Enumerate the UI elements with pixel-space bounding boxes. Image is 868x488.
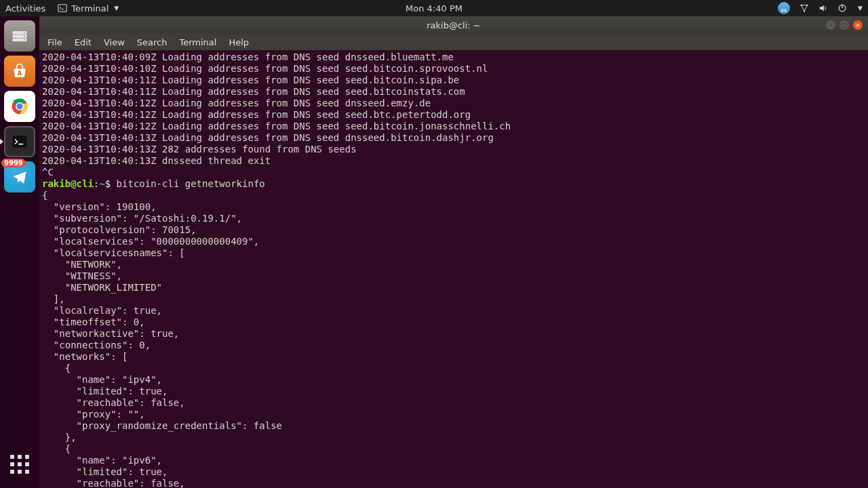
terminal-menubar: File Edit View Search Terminal Help <box>39 34 868 50</box>
terminal-window: rakib@cli: ~ – ▢ × File Edit View Search… <box>39 16 868 488</box>
network-icon[interactable] <box>800 3 809 13</box>
window-title: rakib@cli: ~ <box>427 20 480 30</box>
weather-indicator[interactable]: 86 <box>778 2 790 14</box>
maximize-button[interactable]: ▢ <box>840 20 849 30</box>
app-menu-label: Terminal <box>71 3 108 14</box>
svg-point-10 <box>24 36 25 37</box>
svg-rect-16 <box>13 136 27 148</box>
svg-rect-0 <box>58 5 66 12</box>
terminal-icon <box>10 132 29 151</box>
files-icon <box>10 26 29 45</box>
close-button[interactable]: × <box>853 20 863 30</box>
show-applications-button[interactable] <box>4 449 35 480</box>
ubuntu-dock: A 9999 <box>0 16 39 488</box>
terminal-icon <box>58 3 67 13</box>
running-indicator <box>0 138 3 145</box>
activities-button[interactable]: Activities <box>5 3 45 14</box>
menu-edit[interactable]: Edit <box>75 37 92 47</box>
menu-search[interactable]: Search <box>137 37 167 47</box>
launcher-chrome[interactable] <box>4 91 35 122</box>
minimize-button[interactable]: – <box>826 20 835 30</box>
window-controls: – ▢ × <box>826 20 868 30</box>
launcher-files[interactable] <box>4 20 35 52</box>
menu-help[interactable]: Help <box>229 37 249 47</box>
chevron-down-icon: ▼ <box>114 5 119 12</box>
menu-terminal[interactable]: Terminal <box>179 37 216 47</box>
launcher-telegram[interactable]: 9999 <box>4 161 35 192</box>
svg-point-9 <box>24 32 25 33</box>
menu-file[interactable]: File <box>47 37 62 47</box>
launcher-software[interactable]: A <box>4 56 35 87</box>
system-tray: 86 ▼ <box>778 2 863 14</box>
svg-text:A: A <box>18 70 22 77</box>
software-store-icon: A <box>10 62 29 81</box>
menu-view[interactable]: View <box>104 37 125 47</box>
gnome-top-panel: Activities Terminal ▼ Mon 4:40 PM 86 ▼ <box>0 0 868 16</box>
launcher-terminal[interactable] <box>4 126 35 157</box>
telegram-icon <box>10 167 29 186</box>
volume-icon[interactable] <box>818 3 828 13</box>
chevron-down-icon: ▼ <box>858 5 863 12</box>
window-titlebar[interactable]: rakib@cli: ~ – ▢ × <box>39 16 868 34</box>
clock[interactable]: Mon 4:40 PM <box>406 3 462 14</box>
chrome-icon <box>10 97 29 116</box>
power-icon[interactable] <box>837 3 847 13</box>
svg-point-11 <box>24 39 25 41</box>
notification-badge: 9999 <box>1 159 26 167</box>
terminal-viewport[interactable]: 2020-04-13T10:40:09Z Loading addresses f… <box>39 50 868 488</box>
app-menu[interactable]: Terminal ▼ <box>58 3 119 14</box>
